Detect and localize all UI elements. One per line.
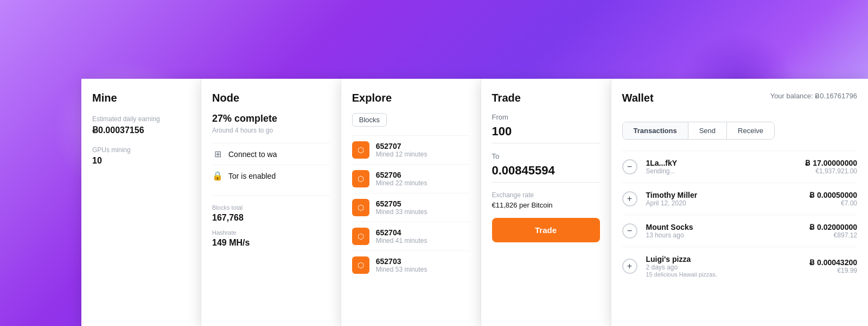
panel-container: Mine Estimated daily earning Ƀ0.00037156… [81, 79, 868, 326]
wallet-panel: Wallet Your balance: Ƀ0.16761796 Transac… [611, 79, 869, 326]
tx-eur-1: €7.00 [809, 199, 857, 207]
trade-to-label: To [492, 152, 600, 160]
block-time-4: Mined 53 minutes [376, 266, 427, 273]
wallet-balance: Your balance: Ƀ0.16761796 [770, 92, 857, 100]
node-stats: Blocks total 167,768 Hashrate 149 MH/s [212, 195, 330, 248]
tx-item-3[interactable]: + Luigi's pizza 2 days ago 15 delicious … [622, 247, 858, 285]
tx-date-2: 13 hours ago [646, 231, 801, 239]
exchange-rate-value: €11,826 per Bitcoin [492, 201, 600, 209]
hashrate-label: Hashrate [212, 229, 330, 236]
block-icon-0 [352, 141, 369, 159]
block-info-4: 652703 Mined 53 minutes [376, 257, 427, 273]
tx-info-0: 1La...fkY Sending... [646, 159, 797, 175]
wallet-header: Wallet Your balance: Ƀ0.16761796 [622, 92, 858, 113]
tab-receive[interactable]: Receive [727, 122, 774, 139]
wallet-title: Wallet [622, 92, 654, 104]
tx-btc-0: Ƀ 17.00000000 [805, 159, 857, 167]
mine-stat-label-0: Estimated daily earning [92, 115, 190, 123]
tx-name-1: Timothy Miller [646, 191, 801, 199]
tx-sign-1: + [622, 191, 637, 206]
blocks-total-label: Blocks total [212, 204, 330, 211]
transaction-list: − 1La...fkY Sending... Ƀ 17.00000000 €1,… [622, 151, 858, 285]
node-progress-label: 27% complete [212, 113, 330, 124]
wallet-tabs: Transactions Send Receive [622, 122, 775, 140]
wallet-balance-label: Your balance: [770, 92, 813, 100]
block-time-2: Mined 33 minutes [376, 208, 427, 216]
mine-stat-label-1: GPUs mining [92, 146, 190, 154]
hashrate-value: 149 MH/s [212, 238, 330, 248]
lock-icon: 🔒 [212, 171, 223, 181]
block-time-1: Mined 22 minutes [376, 179, 427, 187]
tx-btc-3: Ƀ 0.00043200 [809, 258, 857, 267]
block-icon-1 [352, 170, 369, 187]
trade-button[interactable]: Trade [492, 218, 600, 242]
block-number-3: 652704 [376, 228, 427, 237]
block-list: 652707 Mined 12 minutes 652706 Mined 22 … [352, 135, 470, 279]
block-icon-4 [352, 256, 369, 274]
tx-name-0: 1La...fkY [646, 159, 797, 167]
tx-note-3: 15 delicious Hawaii pizzas. [646, 271, 801, 278]
tx-info-2: Mount Socks 13 hours ago [646, 223, 801, 239]
block-number-4: 652703 [376, 257, 427, 266]
block-item-1[interactable]: 652706 Mined 22 minutes [352, 164, 470, 193]
node-progress-sublabel: Around 4 hours to go [212, 127, 330, 134]
tx-sign-2: − [622, 223, 637, 239]
tx-date-3: 2 days ago [646, 264, 801, 271]
tx-btc-1: Ƀ 0.00050000 [809, 191, 857, 199]
tx-eur-0: €1,937,921.00 [805, 167, 857, 175]
tx-info-1: Timothy Miller April 12, 2020 [646, 191, 801, 207]
node-item-1[interactable]: 🔒 Tor is enabled [212, 165, 330, 186]
node-panel: Node 27% complete Around 4 hours to go ⊞… [201, 79, 341, 326]
tx-amount-0: Ƀ 17.00000000 €1,937,921.00 [805, 159, 857, 175]
exchange-rate-label: Exchange rate [492, 191, 600, 199]
mine-panel: Mine Estimated daily earning Ƀ0.00037156… [81, 79, 201, 326]
block-info-1: 652706 Mined 22 minutes [376, 171, 427, 187]
block-number-2: 652705 [376, 199, 427, 208]
tab-send[interactable]: Send [688, 122, 727, 139]
block-time-3: Mined 41 minutes [376, 237, 427, 244]
wallet-balance-value: Ƀ0.16761796 [815, 92, 857, 100]
explore-filter[interactable]: Blocks [352, 113, 387, 127]
grid-icon: ⊞ [212, 149, 223, 159]
tx-info-3: Luigi's pizza 2 days ago 15 delicious Ha… [646, 255, 801, 278]
tx-name-2: Mount Socks [646, 223, 801, 231]
trade-from-field: From 100 [492, 113, 600, 143]
trade-from-label: From [492, 113, 600, 121]
mine-title: Mine [92, 92, 190, 104]
tx-eur-2: €897.12 [809, 231, 857, 239]
tx-amount-3: Ƀ 0.00043200 €19.99 [809, 258, 857, 274]
trade-to-value[interactable]: 0.00845594 [492, 164, 600, 183]
explore-panel: Explore Blocks 652707 Mined 12 minutes 6… [341, 79, 481, 326]
node-title: Node [212, 92, 330, 104]
tx-sign-3: + [622, 259, 637, 274]
mine-stat-value-1: 10 [92, 156, 190, 166]
tx-item-1[interactable]: + Timothy Miller April 12, 2020 Ƀ 0.0005… [622, 183, 858, 215]
block-item-2[interactable]: 652705 Mined 33 minutes [352, 193, 470, 222]
tab-transactions[interactable]: Transactions [623, 122, 688, 139]
tx-amount-2: Ƀ 0.02000000 €897.12 [809, 223, 857, 239]
block-item-4[interactable]: 652703 Mined 53 minutes [352, 250, 470, 279]
trade-panel: Trade From 100 To 0.00845594 Exchange ra… [481, 79, 611, 326]
tx-amount-1: Ƀ 0.00050000 €7.00 [809, 191, 857, 207]
tx-item-0[interactable]: − 1La...fkY Sending... Ƀ 17.00000000 €1,… [622, 151, 858, 183]
block-item-3[interactable]: 652704 Mined 41 minutes [352, 222, 470, 250]
block-info-0: 652707 Mined 12 minutes [376, 142, 427, 158]
tx-eur-3: €19.99 [809, 267, 857, 274]
block-info-2: 652705 Mined 33 minutes [376, 199, 427, 216]
block-info-3: 652704 Mined 41 minutes [376, 228, 427, 244]
block-number-0: 652707 [376, 142, 427, 151]
node-item-label-0: Connect to wa [228, 150, 277, 159]
block-icon-2 [352, 199, 369, 216]
tx-sign-0: − [622, 159, 637, 174]
mine-stat-value-0: Ƀ0.00037156 [92, 125, 190, 135]
tx-date-0: Sending... [646, 167, 797, 175]
blocks-total-value: 167,768 [212, 213, 330, 223]
block-time-0: Mined 12 minutes [376, 151, 427, 158]
block-item-0[interactable]: 652707 Mined 12 minutes [352, 135, 470, 164]
node-item-label-1: Tor is enabled [228, 172, 276, 180]
trade-from-value[interactable]: 100 [492, 124, 600, 143]
tx-item-2[interactable]: − Mount Socks 13 hours ago Ƀ 0.02000000 … [622, 215, 858, 247]
block-number-1: 652706 [376, 171, 427, 179]
node-item-0[interactable]: ⊞ Connect to wa [212, 143, 330, 165]
explore-title: Explore [352, 92, 470, 104]
